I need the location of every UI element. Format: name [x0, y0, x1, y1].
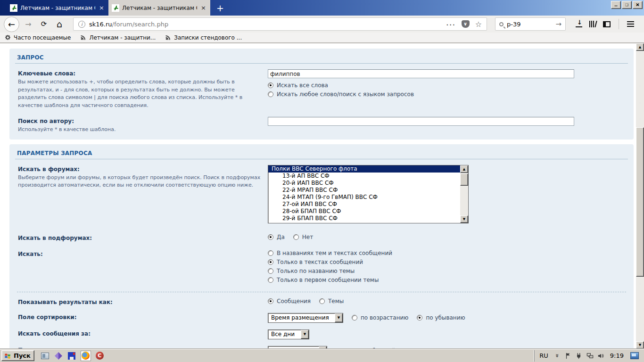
- search-box[interactable]: [495, 17, 566, 31]
- pocket-icon[interactable]: [462, 20, 470, 28]
- sort-field-select[interactable]: Время размещения: [268, 313, 343, 323]
- close-button[interactable]: [633, 1, 643, 9]
- flag-icon[interactable]: [565, 352, 572, 359]
- language-indicator[interactable]: RU: [539, 352, 548, 359]
- keywords-option-any-word[interactable]: Искать любое слово/поиск с языком запрос…: [268, 91, 628, 98]
- search-within-option-1[interactable]: В названиях тем и текстах сообщений: [268, 250, 628, 256]
- display-as-posts[interactable]: Сообщения: [268, 298, 311, 304]
- keywords-input[interactable]: [268, 69, 574, 78]
- bookmark-label: Часто посещаемые: [14, 34, 71, 41]
- quick-launch-bar: [41, 351, 104, 361]
- radio-icon[interactable]: [268, 298, 273, 304]
- volume-icon[interactable]: [597, 352, 604, 359]
- listbox-item[interactable]: Полки ВВС Северного флота: [268, 165, 468, 173]
- menu-hamburger-icon[interactable]: [627, 21, 634, 27]
- scroll-up-icon[interactable]: [460, 165, 468, 173]
- network-icon[interactable]: [586, 352, 594, 359]
- dropdown-arrow-icon[interactable]: [301, 330, 309, 339]
- scrollbar-thumb[interactable]: [460, 173, 468, 186]
- new-tab-button[interactable]: [210, 0, 230, 16]
- show-desktop-icon[interactable]: [41, 352, 50, 360]
- sort-descending[interactable]: по убыванию: [417, 314, 465, 321]
- listbox-item[interactable]: 28-ой БПАП ВВС СФ: [268, 208, 468, 215]
- sort-ascending[interactable]: по возрастанию: [352, 314, 408, 321]
- page-actions-icon[interactable]: [446, 21, 456, 28]
- bookmark-star-icon[interactable]: [475, 20, 482, 29]
- subforums-option-no[interactable]: Нет: [293, 234, 313, 240]
- subforums-option-yes[interactable]: Да: [268, 234, 285, 240]
- tab-close-icon[interactable]: [98, 4, 105, 11]
- taskbar-clock[interactable]: 9:19: [610, 352, 624, 359]
- ccleaner-icon[interactable]: [96, 352, 104, 360]
- radio-icon[interactable]: [268, 259, 273, 265]
- firefox-icon-active[interactable]: [81, 351, 91, 361]
- radio-icon[interactable]: [293, 234, 299, 240]
- radio-icon[interactable]: [352, 315, 357, 321]
- radio-icon[interactable]: [319, 298, 325, 304]
- url-bar-actions: [446, 20, 482, 29]
- display-as-topics[interactable]: Темы: [319, 298, 344, 304]
- radio-icon[interactable]: [268, 277, 273, 283]
- radio-icon[interactable]: [268, 91, 273, 97]
- page-scrollbar[interactable]: [636, 43, 644, 349]
- downloads-icon[interactable]: [576, 21, 582, 27]
- period-select[interactable]: Все дни: [268, 329, 309, 339]
- radio-icon[interactable]: [268, 250, 273, 256]
- bookmark-frequent[interactable]: Часто посещаемые: [5, 34, 71, 41]
- radio-icon[interactable]: [268, 268, 273, 274]
- forward-button[interactable]: [22, 17, 35, 31]
- desktop-peek-icon[interactable]: [630, 352, 639, 359]
- listbox-item[interactable]: 22-й МРАП ВВС СФ: [268, 187, 468, 194]
- search-go-icon[interactable]: [555, 20, 561, 28]
- subforums-label: Искать в подфорумах:: [18, 234, 261, 242]
- url-bar[interactable]: sk16.ru/forum/search.php: [73, 17, 487, 31]
- tab-title: Летчикам - защитникам Советск: [20, 5, 95, 11]
- radio-label: Только в текстах сообщений: [277, 259, 363, 265]
- scrollbar-thumb[interactable]: [636, 127, 644, 277]
- dropdown-arrow-icon[interactable]: [335, 313, 343, 322]
- tab-2-active[interactable]: Летчикам - защитникам Советск: [108, 0, 210, 16]
- search-within-option-4[interactable]: Только в первом сообщении темы: [268, 277, 628, 283]
- bookmark-site-2[interactable]: Записки стендового ...: [165, 34, 242, 41]
- minimize-button[interactable]: [611, 1, 621, 9]
- search-input[interactable]: [507, 21, 545, 28]
- radio-icon[interactable]: [417, 315, 422, 321]
- tab-1[interactable]: Летчикам - защитникам Советск: [7, 0, 108, 16]
- home-button[interactable]: [53, 17, 66, 31]
- listbox-item[interactable]: 24-й МТАП (9-го ГвМАП) ВВС СФ: [268, 194, 468, 201]
- start-button[interactable]: Пуск: [1, 350, 34, 361]
- toolbar-separator: [619, 19, 619, 29]
- listbox-item[interactable]: 20-й ИАП ВВС СФ: [268, 180, 468, 187]
- floppy-save-icon[interactable]: [67, 352, 76, 360]
- search-within-option-3[interactable]: Только по названию темы: [268, 268, 628, 274]
- reload-button[interactable]: [37, 17, 50, 31]
- scroll-down-icon[interactable]: [636, 341, 644, 349]
- radio-label: Искать любое слово/поиск с языком запрос…: [277, 91, 414, 98]
- sidebar-icon[interactable]: [603, 21, 611, 27]
- scroll-down-icon[interactable]: [460, 215, 468, 223]
- forums-listbox[interactable]: Полки ВВС Северного флота 13-й АП ВВС СФ…: [268, 165, 469, 223]
- tray-expand-icon[interactable]: [554, 352, 561, 359]
- tab-close-icon[interactable]: [200, 4, 207, 11]
- listbox-item[interactable]: 13-й АП ВВС СФ: [268, 173, 468, 180]
- window-controls: [611, 1, 643, 9]
- listbox-scrollbar[interactable]: [460, 165, 468, 223]
- radio-label: Только по названию темы: [277, 268, 355, 274]
- listbox-item[interactable]: 27-ой ИАП ВВС СФ: [268, 201, 468, 208]
- media-player-icon[interactable]: [54, 352, 63, 360]
- feed-icon: [80, 34, 86, 41]
- library-icon[interactable]: [589, 21, 596, 27]
- listbox-item[interactable]: 29-й БПАП ВВС СФ: [268, 215, 468, 222]
- scroll-up-icon[interactable]: [636, 43, 644, 51]
- radio-label: Сообщения: [277, 298, 311, 304]
- search-within-option-2[interactable]: Только в текстах сообщений: [268, 259, 628, 265]
- bookmark-site-1[interactable]: Летчикам - защитни...: [80, 34, 156, 41]
- site-info-icon[interactable]: [78, 21, 85, 28]
- restore-button[interactable]: [622, 1, 632, 9]
- keywords-option-all-words[interactable]: Искать все слова: [268, 82, 628, 89]
- back-button[interactable]: [4, 16, 19, 32]
- plug-icon[interactable]: [576, 352, 583, 359]
- radio-icon[interactable]: [268, 82, 273, 88]
- author-input[interactable]: [268, 117, 574, 126]
- radio-icon[interactable]: [268, 234, 273, 240]
